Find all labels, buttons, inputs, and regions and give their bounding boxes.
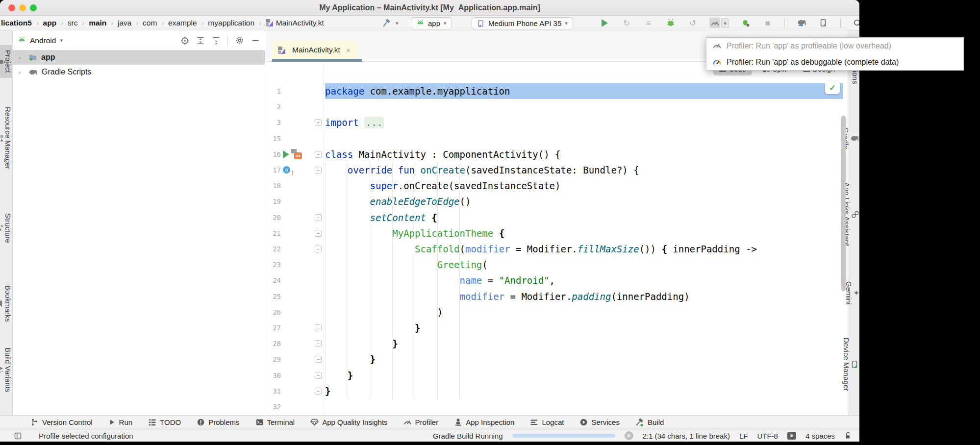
code-line-25[interactable]: 25 modifier = Modifier.padding(innerPadd… xyxy=(266,289,848,304)
code-text[interactable]: Scaffold(modifier = Modifier.fillMaxSize… xyxy=(325,241,757,257)
code-line-3[interactable]: 3+import ... xyxy=(266,115,848,130)
menu-item-debuggable[interactable]: Profiler: Run 'app' as debuggable (compl… xyxy=(706,54,963,70)
fold-marker[interactable]: − xyxy=(315,167,322,173)
toolwindow-button-app-quality-insights[interactable]: App Quality Insights xyxy=(310,418,387,426)
code-line-2[interactable]: 2 xyxy=(266,99,848,115)
code-line-24[interactable]: 24 name = "Android", xyxy=(266,272,848,288)
code-line-27[interactable]: 27− } xyxy=(266,320,848,336)
code-text[interactable]: modifier = Modifier.padding(innerPadding… xyxy=(325,289,690,304)
code-text[interactable]: name = "Android", xyxy=(325,272,555,288)
code-text[interactable]: class MainActivity : ComponentActivity()… xyxy=(325,147,560,162)
profiler-button-group[interactable]: ▾ xyxy=(709,18,729,28)
sidebar-item-device-manager[interactable]: Device Manager xyxy=(848,333,859,396)
sidebar-item-bookmarks[interactable]: Bookmarks xyxy=(0,280,12,327)
code-text[interactable]: } xyxy=(325,351,376,367)
build-options-chevron-down-icon[interactable]: ▾ xyxy=(396,20,399,26)
cancel-build-icon[interactable]: ✕ xyxy=(625,431,633,440)
toolwindow-button-version-control[interactable]: Version Control xyxy=(30,418,93,426)
code-text[interactable]: ) xyxy=(325,304,443,320)
fold-end-marker[interactable]: − xyxy=(315,372,322,379)
panel-settings-gear-icon[interactable] xyxy=(235,36,244,45)
line-number[interactable]: 22 xyxy=(266,241,281,257)
expand-all-icon[interactable] xyxy=(196,36,205,45)
toolwindow-button-profiler[interactable]: Profiler xyxy=(403,418,439,426)
breadcrumb-item[interactable]: lication5 xyxy=(1,19,32,27)
line-number[interactable]: 18 xyxy=(266,178,281,194)
apply-changes-icon[interactable]: ↺ xyxy=(687,18,698,28)
line-number[interactable]: 17 xyxy=(266,162,281,178)
sidebar-item-app-links-assistant[interactable]: App Links Assistant xyxy=(848,177,859,251)
breadcrumb-item[interactable]: main xyxy=(89,19,106,27)
breadcrumb-item[interactable]: com xyxy=(143,19,157,27)
fold-marker[interactable]: − xyxy=(315,151,322,158)
toolwindow-button-terminal[interactable]: Terminal xyxy=(255,418,295,426)
fold-marker[interactable]: − xyxy=(315,214,322,221)
toolwindow-button-run[interactable]: Run xyxy=(108,418,133,426)
run-gutter-icons[interactable]: <> xyxy=(283,147,302,162)
profiler-gauge-icon[interactable] xyxy=(709,18,720,28)
attach-debugger-icon[interactable] xyxy=(740,18,751,28)
line-number[interactable]: 23 xyxy=(266,257,281,272)
breadcrumb-item[interactable]: app xyxy=(43,19,57,27)
search-everywhere-icon[interactable] xyxy=(852,18,859,28)
fold-end-marker[interactable]: − xyxy=(315,356,322,363)
chevron-down-icon[interactable]: ▾ xyxy=(60,37,63,44)
code-text[interactable]: override fun onCreate(savedInstanceState… xyxy=(325,162,639,178)
hide-panel-icon[interactable] xyxy=(251,36,260,45)
chevron-right-icon[interactable]: › xyxy=(19,69,25,76)
breadcrumb-item[interactable]: src xyxy=(68,19,78,27)
code-line-17[interactable]: 17o↑− override fun onCreate(savedInstanc… xyxy=(266,162,848,178)
override-gutter-icon[interactable]: o↑ xyxy=(283,162,296,178)
code-line-19[interactable]: 19 enableEdgeToEdge() xyxy=(266,194,848,209)
code-text[interactable]: setContent { xyxy=(325,210,437,225)
line-separator[interactable]: LF xyxy=(739,432,748,440)
line-number[interactable]: 28 xyxy=(266,336,281,351)
code-line-23[interactable]: 23 Greeting( xyxy=(266,257,848,272)
code-line-1[interactable]: 1package com.example.myapplication xyxy=(266,83,848,99)
editor-scrollbar[interactable] xyxy=(841,116,846,291)
line-number[interactable]: 27 xyxy=(266,320,281,336)
line-number[interactable]: 24 xyxy=(266,272,281,288)
line-number[interactable]: 25 xyxy=(266,289,281,304)
breadcrumb-item[interactable]: example xyxy=(168,19,197,27)
profiler-chevron-down-icon[interactable]: ▾ xyxy=(721,18,729,28)
fold-end-marker[interactable]: − xyxy=(315,340,322,347)
device-manager-icon[interactable] xyxy=(818,18,829,28)
code-line-22[interactable]: 22− Scaffold(modifier = Modifier.fillMax… xyxy=(266,241,848,257)
toolwindow-button-problems[interactable]: Problems xyxy=(197,418,239,426)
line-number[interactable]: 16 xyxy=(266,147,281,162)
code-text[interactable]: } xyxy=(325,368,353,383)
sidebar-item-build-variants[interactable]: Build Variants xyxy=(0,343,12,397)
line-number[interactable]: 21 xyxy=(266,225,281,241)
run-class-icon[interactable] xyxy=(283,150,289,158)
run-configuration-select[interactable]: app ▾ xyxy=(411,17,452,29)
line-number[interactable]: 19 xyxy=(266,194,281,209)
debug-button[interactable] xyxy=(665,18,676,28)
code-line-26[interactable]: 26 ) xyxy=(266,304,848,320)
fold-end-marker[interactable]: − xyxy=(315,324,322,331)
sidebar-item-project[interactable]: Project xyxy=(0,45,12,78)
compose-preview-icon[interactable]: <> xyxy=(291,149,302,160)
collapse-all-icon[interactable] xyxy=(212,36,221,45)
device-select[interactable]: Medium Phone API 35 ▾ xyxy=(472,17,573,29)
sidebar-item-gradle[interactable]: Gradle xyxy=(848,123,859,154)
run-button[interactable] xyxy=(599,18,610,28)
close-tab-icon[interactable]: × xyxy=(346,46,351,54)
code-text[interactable]: } xyxy=(325,383,330,399)
sidebar-item-resource-manager[interactable]: Resource Manager xyxy=(0,102,12,174)
line-number[interactable]: 31 xyxy=(266,383,281,399)
code-line-20[interactable]: 20− setContent { xyxy=(266,210,848,225)
code-text[interactable]: import ... xyxy=(325,115,384,130)
breadcrumb-item[interactable]: java xyxy=(118,19,131,27)
code-canvas[interactable]: 1package com.example.myapplication23+imp… xyxy=(266,62,848,415)
code-text[interactable]: super.onCreate(savedInstanceState) xyxy=(325,178,560,194)
line-number[interactable]: 15 xyxy=(266,131,281,147)
code-line-29[interactable]: 29− } xyxy=(266,351,848,367)
apply-code-changes-icon[interactable]: ≡ xyxy=(643,18,654,28)
line-number[interactable]: 20 xyxy=(266,210,281,225)
breadcrumb-item[interactable]: MainActivity.kt xyxy=(266,19,324,27)
code-line-30[interactable]: 30− } xyxy=(266,368,848,383)
code-line-32[interactable]: 32 xyxy=(266,399,848,415)
line-number[interactable]: 29 xyxy=(266,351,281,367)
breadcrumb-item[interactable]: myapplication xyxy=(208,19,254,27)
